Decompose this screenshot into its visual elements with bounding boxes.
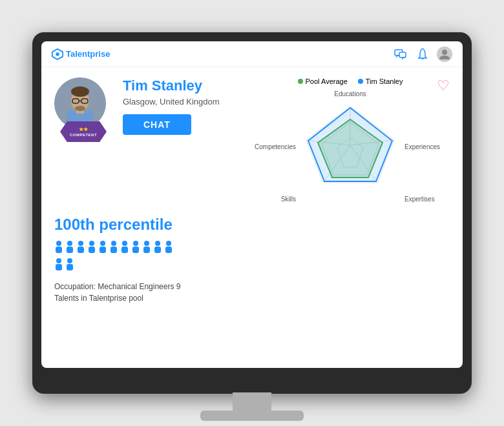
profile-name: Tim Stanley: [123, 77, 240, 94]
svg-point-11: [75, 106, 85, 111]
svg-rect-48: [56, 264, 62, 270]
legend-dot-tim: [358, 79, 363, 84]
chart-label-educations: Educations: [299, 90, 402, 97]
svg-point-49: [67, 258, 72, 263]
chart-label-experiences: Experiences: [404, 143, 450, 150]
person-icon: [98, 240, 107, 256]
svg-point-31: [89, 241, 94, 246]
legend-tim: Tim Stanley: [358, 77, 403, 85]
person-icon: [54, 258, 63, 273]
badge-label: COMPETENT: [70, 133, 97, 137]
legend-pool-average: Pool Average: [298, 77, 348, 85]
notification-icon[interactable]: [415, 46, 430, 62]
svg-point-5: [442, 50, 447, 55]
stats-section: 100th percentile: [54, 216, 450, 304]
svg-point-1: [56, 52, 59, 56]
radar-svg-cell: [299, 100, 402, 193]
svg-point-43: [155, 241, 160, 246]
chart-legend: Pool Average Tim Stanley: [251, 77, 450, 85]
svg-rect-30: [78, 247, 84, 253]
profile-location: Glasgow, United Kingdom: [123, 97, 240, 107]
profile-info: Tim Stanley Glasgow, United Kingdom CHAT: [123, 77, 240, 135]
svg-rect-34: [100, 247, 106, 253]
chat-nav-icon[interactable]: [393, 46, 408, 62]
svg-rect-40: [132, 247, 139, 253]
svg-rect-50: [67, 264, 73, 270]
screen-content: Talentprise: [41, 41, 463, 368]
chart-label-expertises: Expertises: [404, 196, 450, 203]
chart-grid: Educations Competencies: [251, 90, 450, 203]
person-icon: [76, 240, 85, 256]
svg-rect-36: [110, 247, 117, 253]
person-icon: [109, 240, 118, 256]
svg-point-33: [100, 241, 105, 246]
svg-rect-42: [143, 247, 150, 253]
svg-point-35: [111, 241, 116, 246]
chart-label-skills: Skills: [251, 196, 296, 203]
svg-point-47: [56, 258, 61, 263]
monitor-screen: Talentprise: [41, 41, 463, 368]
svg-point-27: [67, 241, 72, 246]
person-icon: [87, 240, 96, 256]
radar-svg: [299, 100, 402, 190]
svg-point-39: [133, 241, 138, 246]
percentile-text: 100th percentile: [54, 216, 196, 234]
svg-point-45: [166, 241, 171, 246]
chart-label-competencies: Competencies: [251, 143, 296, 150]
main-content: ♡: [41, 67, 463, 368]
svg-point-37: [122, 241, 127, 246]
person-icon: [164, 240, 173, 256]
svg-rect-46: [165, 247, 172, 253]
nav-icons: [393, 46, 452, 62]
chat-button[interactable]: CHAT: [123, 114, 191, 135]
legend-label-pool: Pool Average: [306, 77, 348, 85]
svg-point-41: [144, 241, 149, 246]
badge-area: ★★ COMPETENT: [60, 121, 107, 142]
left-stats: 100th percentile: [54, 216, 196, 304]
legend-dot-pool: [298, 79, 303, 84]
profile-section: ★★ COMPETENT Tim Stanley Glasgow, United…: [54, 77, 450, 203]
svg-rect-44: [154, 247, 161, 253]
logo-name: Talent: [66, 49, 90, 59]
logo-icon: [52, 48, 63, 60]
person-icon: [131, 240, 140, 256]
person-icon: [54, 240, 63, 256]
monitor-stand-neck: [233, 392, 271, 412]
person-icon: [65, 258, 74, 273]
person-icon: [153, 240, 162, 256]
occupation-text: Occupation: Mechanical Engineers 9 Talen…: [54, 281, 184, 304]
svg-rect-26: [56, 247, 62, 253]
radar-chart-area: Pool Average Tim Stanley Educations Comp…: [251, 77, 450, 203]
monitor-frame: Talentprise: [32, 32, 472, 394]
badge-stars: ★★: [79, 127, 89, 132]
svg-rect-3: [399, 52, 406, 57]
competency-badge: ★★ COMPETENT: [60, 121, 107, 142]
monitor-stand-base: [200, 411, 304, 421]
legend-label-tim: Tim Stanley: [366, 77, 403, 85]
svg-point-25: [56, 241, 61, 246]
svg-rect-32: [89, 247, 95, 253]
person-icon: [120, 240, 129, 256]
logo-area: Talentprise: [52, 48, 110, 60]
svg-point-29: [78, 241, 83, 246]
svg-point-10: [71, 86, 89, 97]
svg-rect-38: [121, 247, 128, 253]
person-icon: [65, 240, 74, 256]
logo-text: Talentprise: [66, 49, 110, 59]
avatar-wrapper: ★★ COMPETENT: [54, 77, 112, 142]
person-icon: [142, 240, 151, 256]
user-avatar[interactable]: [437, 46, 452, 62]
svg-rect-28: [67, 247, 73, 253]
people-icons: [54, 240, 184, 273]
svg-marker-24: [308, 108, 392, 181]
logo-accent: prise: [90, 49, 110, 59]
nav-bar: Talentprise: [41, 41, 463, 67]
